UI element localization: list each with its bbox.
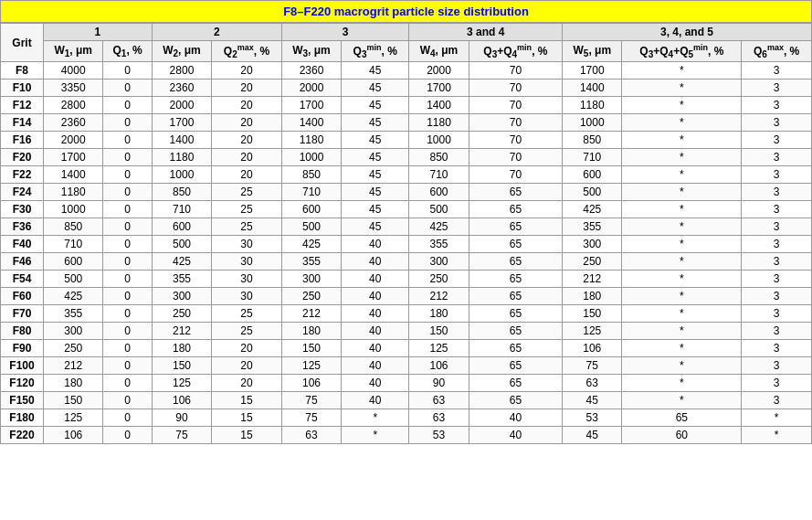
q6-cell: 3 bbox=[742, 149, 812, 166]
w5-cell: 45 bbox=[563, 427, 622, 444]
q6-cell: 3 bbox=[742, 184, 812, 201]
q1-cell: 0 bbox=[103, 392, 152, 409]
group1-header: 1 bbox=[44, 24, 153, 41]
q2-cell: 20 bbox=[212, 357, 282, 375]
q3-cell: 40 bbox=[342, 340, 409, 357]
w4-cell: 850 bbox=[409, 149, 469, 166]
q1-cell: 0 bbox=[103, 149, 152, 166]
q6-cell: 3 bbox=[742, 357, 812, 375]
grit-cell: F120 bbox=[1, 375, 44, 392]
w4-cell: 600 bbox=[409, 184, 469, 201]
table-row: F1801250901575*63405365* bbox=[1, 409, 812, 427]
q345-cell: 65 bbox=[622, 409, 742, 427]
q1-cell: 0 bbox=[103, 166, 152, 184]
q2-header: Q2max, % bbox=[212, 41, 282, 62]
w2-cell: 1400 bbox=[152, 132, 211, 149]
q345-header: Q3+Q4+Q5min, % bbox=[622, 41, 742, 62]
grit-cell: F150 bbox=[1, 392, 44, 409]
w3-cell: 75 bbox=[281, 392, 341, 409]
w3-cell: 1000 bbox=[281, 149, 341, 166]
q34-cell: 65 bbox=[469, 392, 562, 409]
w2-cell: 106 bbox=[152, 392, 211, 409]
q6-cell: 3 bbox=[742, 218, 812, 236]
table-row: F14236001700201400451180701000*3 bbox=[1, 114, 812, 132]
q2-cell: 15 bbox=[212, 427, 282, 444]
w4-cell: 90 bbox=[409, 375, 469, 392]
q6-cell: 3 bbox=[742, 323, 812, 340]
q2-cell: 30 bbox=[212, 288, 282, 305]
table-row: F22140001000208504571070600*3 bbox=[1, 166, 812, 184]
w5-cell: 600 bbox=[563, 166, 622, 184]
q3-cell: 40 bbox=[342, 392, 409, 409]
q3-cell: 45 bbox=[342, 218, 409, 236]
q1-cell: 0 bbox=[103, 62, 152, 80]
w3-cell: 425 bbox=[281, 236, 341, 253]
q345-cell: * bbox=[622, 253, 742, 271]
w3-cell: 710 bbox=[281, 184, 341, 201]
q2-cell: 20 bbox=[212, 62, 282, 80]
w2-header: W2, μm bbox=[152, 41, 211, 62]
w5-cell: 1000 bbox=[563, 114, 622, 132]
w4-cell: 1000 bbox=[409, 132, 469, 149]
group345-header: 3, 4, and 5 bbox=[563, 24, 812, 41]
w5-header: W5, μm bbox=[563, 41, 622, 62]
q345-cell: * bbox=[622, 166, 742, 184]
title-bar: F8–F220 macrogrit particle size distribu… bbox=[0, 0, 812, 23]
q2-cell: 15 bbox=[212, 392, 282, 409]
q1-cell: 0 bbox=[103, 218, 152, 236]
q3-cell: 45 bbox=[342, 132, 409, 149]
q34-cell: 70 bbox=[469, 166, 562, 184]
w2-cell: 125 bbox=[152, 375, 211, 392]
w1-cell: 212 bbox=[44, 357, 103, 375]
q1-header: Q1, % bbox=[103, 41, 152, 62]
q3-cell: 45 bbox=[342, 62, 409, 80]
q2-cell: 20 bbox=[212, 166, 282, 184]
w1-cell: 2800 bbox=[44, 97, 103, 114]
grit-cell: F40 bbox=[1, 236, 44, 253]
q345-cell: * bbox=[622, 218, 742, 236]
grit-cell: F54 bbox=[1, 271, 44, 288]
w4-cell: 1400 bbox=[409, 97, 469, 114]
table-row: F100212015020125401066575*3 bbox=[1, 357, 812, 375]
w4-cell: 125 bbox=[409, 340, 469, 357]
q6-cell: 3 bbox=[742, 97, 812, 114]
w4-cell: 63 bbox=[409, 392, 469, 409]
w4-cell: 106 bbox=[409, 357, 469, 375]
q345-cell: * bbox=[622, 114, 742, 132]
q345-cell: * bbox=[622, 97, 742, 114]
q34-cell: 65 bbox=[469, 201, 562, 218]
w1-cell: 125 bbox=[44, 409, 103, 427]
q34-cell: 65 bbox=[469, 184, 562, 201]
q3-cell: 45 bbox=[342, 149, 409, 166]
q2-cell: 20 bbox=[212, 114, 282, 132]
grit-cell: F24 bbox=[1, 184, 44, 201]
table-row: F12280002000201700451400701180*3 bbox=[1, 97, 812, 114]
w4-cell: 500 bbox=[409, 201, 469, 218]
w2-cell: 212 bbox=[152, 323, 211, 340]
grit-cell: F20 bbox=[1, 149, 44, 166]
q1-cell: 0 bbox=[103, 271, 152, 288]
q34-cell: 70 bbox=[469, 132, 562, 149]
grit-cell: F80 bbox=[1, 323, 44, 340]
q34-cell: 65 bbox=[469, 288, 562, 305]
w2-cell: 2800 bbox=[152, 62, 211, 80]
q1-cell: 0 bbox=[103, 236, 152, 253]
table-row: F703550250252124018065150*3 bbox=[1, 305, 812, 323]
w1-cell: 1400 bbox=[44, 166, 103, 184]
w1-cell: 4000 bbox=[44, 62, 103, 80]
w3-cell: 2360 bbox=[281, 62, 341, 80]
q6-cell: 3 bbox=[742, 201, 812, 218]
q2-cell: 20 bbox=[212, 149, 282, 166]
q6-cell: 3 bbox=[742, 271, 812, 288]
w2-cell: 600 bbox=[152, 218, 211, 236]
q2-cell: 20 bbox=[212, 80, 282, 97]
q6-cell: 3 bbox=[742, 375, 812, 392]
q34-cell: 65 bbox=[469, 375, 562, 392]
w2-cell: 180 bbox=[152, 340, 211, 357]
q1-cell: 0 bbox=[103, 97, 152, 114]
w5-cell: 1400 bbox=[563, 80, 622, 97]
q1-cell: 0 bbox=[103, 375, 152, 392]
table-row: F368500600255004542565355*3 bbox=[1, 218, 812, 236]
w5-cell: 106 bbox=[563, 340, 622, 357]
q1-cell: 0 bbox=[103, 409, 152, 427]
